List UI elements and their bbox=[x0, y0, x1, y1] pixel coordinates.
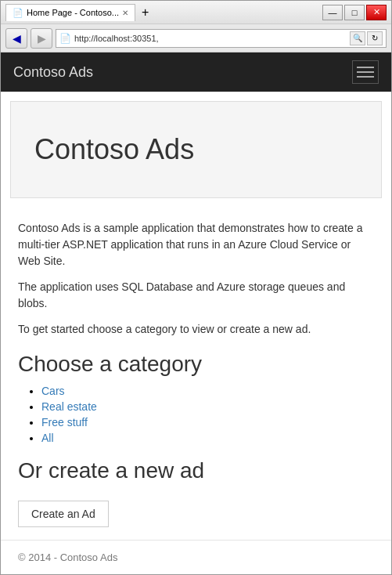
hero-section: Contoso Ads bbox=[10, 101, 382, 198]
category-link-all[interactable]: All bbox=[41, 432, 54, 444]
list-item: Cars bbox=[41, 385, 374, 397]
search-button[interactable]: 🔍 bbox=[350, 31, 365, 45]
tab-close-button[interactable]: ✕ bbox=[122, 9, 128, 17]
hamburger-line-3 bbox=[357, 76, 374, 78]
address-box[interactable]: 📄 http://localhost:30351, 🔍 ↻ bbox=[56, 29, 387, 48]
site-navbar: Contoso Ads bbox=[1, 52, 391, 92]
site-brand: Contoso Ads bbox=[13, 64, 93, 81]
list-item: Free stuff bbox=[41, 416, 374, 429]
title-bar-left: 📄 Home Page - Contoso... ✕ + bbox=[5, 4, 152, 21]
description-1: Contoso Ads is a sample application that… bbox=[18, 220, 374, 269]
create-heading: Or create a new ad bbox=[18, 458, 374, 483]
category-heading: Choose a category bbox=[18, 352, 374, 377]
address-bar-area: ◀ ▶ 📄 http://localhost:30351, 🔍 ↻ bbox=[1, 24, 391, 52]
hamburger-line-1 bbox=[357, 67, 374, 68]
list-item: Real estate bbox=[41, 400, 374, 413]
category-list: Cars Real estate Free stuff All bbox=[18, 385, 374, 444]
navbar-toggle-button[interactable] bbox=[352, 60, 379, 84]
main-content: Contoso Ads Contoso Ads Contoso Ads is a… bbox=[1, 52, 391, 574]
window-controls: — □ ✕ bbox=[322, 5, 387, 20]
browser-window: 📄 Home Page - Contoso... ✕ + — □ ✕ ◀ ▶ 📄… bbox=[0, 0, 392, 575]
maximize-button[interactable]: □ bbox=[344, 5, 365, 20]
minimize-button[interactable]: — bbox=[322, 5, 343, 20]
title-bar: 📄 Home Page - Contoso... ✕ + — □ ✕ bbox=[1, 1, 391, 24]
hero-title: Contoso Ads bbox=[34, 133, 358, 166]
category-link-real-estate[interactable]: Real estate bbox=[41, 400, 97, 413]
list-item: All bbox=[41, 432, 374, 444]
forward-button[interactable]: ▶ bbox=[31, 28, 52, 49]
back-button[interactable]: ◀ bbox=[5, 28, 27, 49]
category-link-free-stuff[interactable]: Free stuff bbox=[41, 416, 88, 429]
url-text: http://localhost:30351, bbox=[74, 34, 347, 43]
close-button[interactable]: ✕ bbox=[366, 5, 387, 20]
page-footer: © 2014 - Contoso Ads bbox=[1, 540, 391, 574]
tab-favicon: 📄 bbox=[13, 8, 23, 18]
footer-text: © 2014 - Contoso Ads bbox=[18, 551, 117, 563]
address-actions: 🔍 ↻ bbox=[350, 31, 383, 45]
page-content: Contoso Ads is a sample application that… bbox=[1, 208, 391, 540]
hamburger-line-2 bbox=[357, 71, 374, 73]
new-tab-button[interactable]: + bbox=[138, 5, 152, 20]
description-3: To get started choose a category to view… bbox=[18, 321, 374, 338]
browser-tab[interactable]: 📄 Home Page - Contoso... ✕ bbox=[5, 4, 135, 21]
description-2: The application uses SQL Database and Az… bbox=[18, 279, 374, 312]
category-link-cars[interactable]: Cars bbox=[41, 385, 65, 397]
address-favicon: 📄 bbox=[59, 33, 71, 44]
tab-title: Home Page - Contoso... bbox=[27, 8, 119, 17]
refresh-button[interactable]: ↻ bbox=[367, 31, 383, 45]
create-ad-button[interactable]: Create an Ad bbox=[18, 501, 109, 527]
